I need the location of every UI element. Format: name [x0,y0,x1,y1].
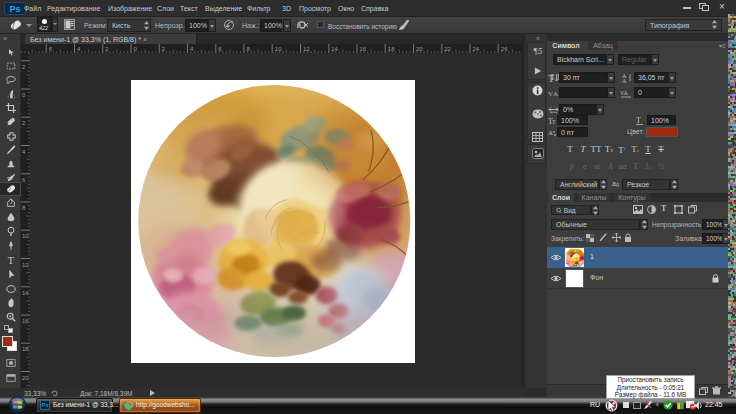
svg-text:4: 4 [77,46,81,52]
svg-text:20: 20 [416,46,423,52]
svg-text:2: 2 [22,120,26,126]
svg-text:14: 14 [331,46,338,52]
svg-text:A: A [553,90,558,98]
svg-text:8: 8 [22,205,26,211]
svg-text:22: 22 [444,46,451,52]
svg-text:20: 20 [22,375,29,381]
svg-text:T: T [636,116,641,125]
svg-text:18: 18 [388,46,395,52]
svg-text:16: 16 [360,46,367,52]
svg-text:6: 6 [218,46,222,52]
svg-text:26: 26 [501,46,508,52]
svg-text:6: 6 [49,46,53,52]
svg-text:2: 2 [22,64,26,70]
svg-text:2: 2 [105,46,109,52]
svg-text:6: 6 [22,177,26,183]
svg-text:T: T [8,255,14,265]
svg-text:A: A [622,78,627,83]
svg-text:8: 8 [247,46,251,52]
svg-text:12: 12 [22,262,29,268]
svg-text:16: 16 [22,318,29,324]
svg-text:a: a [553,129,555,134]
svg-text:0: 0 [134,46,138,52]
svg-text:4: 4 [22,149,26,155]
svg-text:VA: VA [620,90,629,96]
svg-text:T: T [548,73,554,83]
svg-text:4: 4 [190,46,194,52]
svg-text:T: T [552,119,556,125]
svg-text:14: 14 [22,290,29,296]
svg-text:0: 0 [22,92,26,98]
svg-text:12: 12 [303,46,310,52]
svg-text:2: 2 [162,46,166,52]
svg-text:10: 10 [275,46,282,52]
svg-text:24: 24 [473,46,480,52]
